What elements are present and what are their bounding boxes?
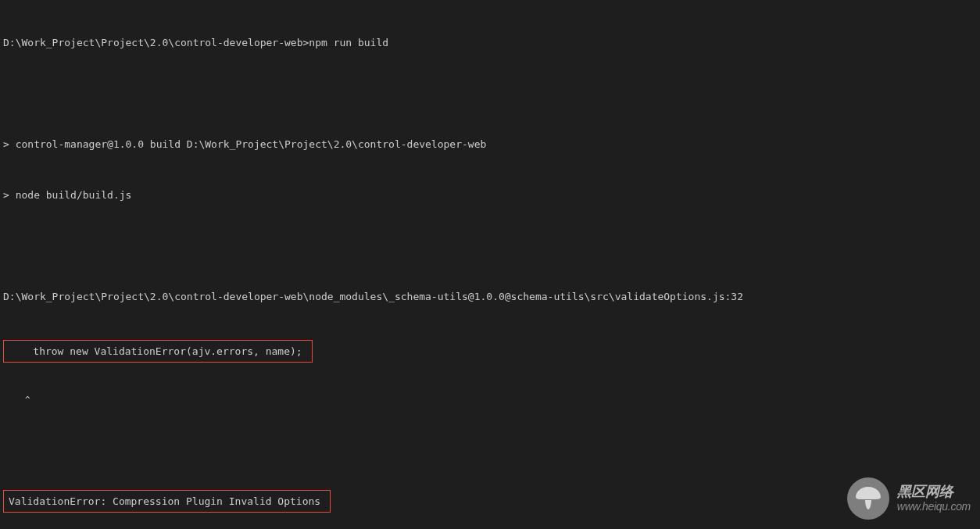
watermark-text: 黑区网络 www.heiqu.com <box>897 484 971 513</box>
npm-banner-1: > control-manager@1.0.0 build D:\Work_Pr… <box>3 137 977 157</box>
prompt-command: npm run build <box>309 37 388 48</box>
terminal-output[interactable]: D:\Work_Project\Project\2.0\control-deve… <box>0 0 980 529</box>
error-throw-box: throw new ValidationError(ajv.errors, na… <box>3 340 977 363</box>
error-name-box: ValidationError: Compression Plugin Inva… <box>3 490 977 513</box>
error-throw-line: throw new ValidationError(ajv.errors, na… <box>3 340 313 363</box>
prompt-path: D:\Work_Project\Project\2.0\control-deve… <box>3 37 309 48</box>
watermark-name: 黑区网络 <box>897 484 971 501</box>
error-name: ValidationError: Compression Plugin Inva… <box>3 490 331 513</box>
watermark-logo: 黑区网络 www.heiqu.com <box>847 477 971 520</box>
blank-line <box>3 86 977 106</box>
npm-banner-2: > node build/build.js <box>3 188 977 208</box>
prompt-line: D:\Work_Project\Project\2.0\control-deve… <box>3 35 977 55</box>
mushroom-icon <box>847 477 889 520</box>
blank-line <box>3 439 977 459</box>
blank-line <box>3 238 977 259</box>
error-caret: ^ <box>3 393 977 409</box>
error-file-location: D:\Work_Project\Project\2.0\control-deve… <box>3 289 977 309</box>
watermark-url: www.heiqu.com <box>897 500 971 513</box>
